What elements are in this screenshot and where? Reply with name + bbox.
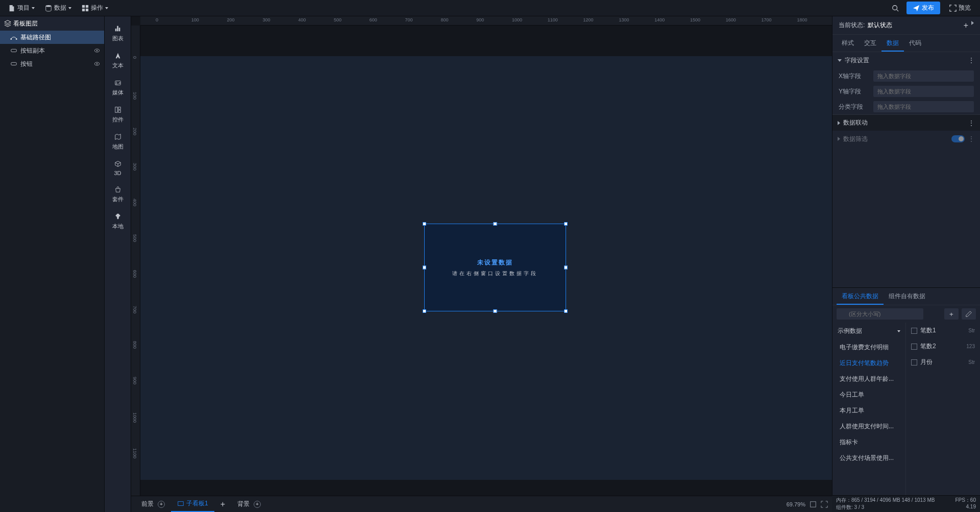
layer-item[interactable]: 基础路径图 <box>0 31 104 44</box>
ruler-tick: 900 <box>132 377 137 384</box>
ruler-tick: 700 <box>132 306 137 313</box>
tab-sub-board[interactable]: 子看板1 <box>171 496 214 512</box>
resize-handle-mr[interactable] <box>564 266 568 270</box>
tab-component-data[interactable]: 组件自有数据 <box>884 288 930 305</box>
resize-handle-br[interactable] <box>564 309 568 313</box>
tab-style[interactable]: 样式 <box>837 35 859 52</box>
preview-button[interactable]: 预览 <box>944 2 976 14</box>
chart-icon <box>113 23 123 34</box>
section-more-icon[interactable]: ⋮ <box>968 56 975 64</box>
palette-widget[interactable]: 控件 <box>106 101 130 128</box>
data-source-item[interactable]: 今日工单 <box>832 387 905 403</box>
toolbar-left: 项目 数据 操作 <box>4 2 112 14</box>
data-source-item[interactable]: 近日支付笔数趋势 <box>832 355 905 371</box>
ruler-tick: 1500 <box>690 17 700 22</box>
status-version: 4.19 <box>966 504 976 511</box>
data-source-item[interactable]: 本月工单 <box>832 403 905 419</box>
zoom-percent: 69.79% <box>787 501 805 507</box>
tab-background[interactable]: 背景 + <box>231 497 267 511</box>
x-field-input[interactable] <box>873 70 974 82</box>
add-foreground-icon[interactable]: + <box>158 501 165 508</box>
menu-operations[interactable]: 操作 <box>78 2 112 14</box>
section-fields-header[interactable]: 字段设置 ⋮ <box>832 52 980 68</box>
palette-3d[interactable]: 3D <box>106 155 130 180</box>
data-add-button[interactable]: + <box>944 308 959 320</box>
data-source-item[interactable]: 指标卡 <box>832 434 905 450</box>
properties-panel: 当前状态: 默认状态 + 样式 交互 数据 代码 字段设置 ⋮ X轴字段 Y轴字… <box>832 16 980 512</box>
palette-text[interactable]: 文本 <box>106 46 130 74</box>
add-state-button[interactable]: + <box>964 21 968 30</box>
menu-project[interactable]: 项目 <box>4 2 39 14</box>
data-field-item[interactable]: 笔数2123 <box>906 338 980 354</box>
tab-code[interactable]: 代码 <box>904 35 926 52</box>
ruler-tick: 1800 <box>797 17 807 22</box>
data-edit-button[interactable] <box>962 308 976 320</box>
ruler-tick: 400 <box>132 199 137 206</box>
data-source-group-header[interactable]: 示例数据 <box>832 323 905 339</box>
svg-point-5 <box>893 5 897 10</box>
data-panel-tabs: 看板公共数据 组件自有数据 <box>832 288 980 305</box>
data-source-item[interactable]: 公共支付场景使用... <box>832 450 905 466</box>
resize-handle-bl[interactable] <box>423 309 426 313</box>
resize-handle-tm[interactable] <box>494 222 497 226</box>
layers-title: 看板图层 <box>13 19 38 28</box>
data-field-item[interactable]: 笔数1Str <box>906 323 980 338</box>
data-sources-list: 示例数据 电子缴费支付明细近日支付笔数趋势支付使用人群年龄...今日工单本月工单… <box>832 323 906 512</box>
tab-data[interactable]: 数据 <box>881 35 904 52</box>
section-more-icon[interactable]: ⋮ <box>968 135 975 143</box>
visibility-icon[interactable] <box>94 61 100 67</box>
data-source-item[interactable]: 支付使用人群年龄... <box>832 371 905 387</box>
resize-handle-ml[interactable] <box>423 266 426 270</box>
filter-toggle[interactable] <box>951 135 965 142</box>
palette-local[interactable]: 本地 <box>106 207 130 234</box>
palette-label: 3D <box>114 170 121 176</box>
layer-item[interactable]: 按钮 <box>0 57 104 70</box>
svg-point-8 <box>16 38 17 40</box>
menu-data[interactable]: 数据 <box>41 2 76 14</box>
resize-handle-bm[interactable] <box>494 309 497 313</box>
y-field-label: Y轴字段 <box>839 87 869 96</box>
palette-kit[interactable]: 套件 <box>106 180 130 207</box>
canvas-viewport[interactable]: 未设置数据 请在右侧窗口设置数据字段 <box>140 26 832 496</box>
fit-icon[interactable] <box>810 501 817 508</box>
palette-chart[interactable]: 图表 <box>106 19 130 46</box>
section-more-icon[interactable]: ⋮ <box>968 119 975 127</box>
fullscreen-icon[interactable] <box>821 501 828 508</box>
resize-handle-tr[interactable] <box>564 222 568 226</box>
layer-item[interactable]: 按钮副本 <box>0 44 104 57</box>
svg-point-14 <box>96 63 97 64</box>
tab-add[interactable]: + <box>214 497 231 512</box>
next-state-icon[interactable] <box>971 21 974 25</box>
layer-item-label: 基础路径图 <box>20 33 51 42</box>
publish-button[interactable]: 发布 <box>906 2 940 14</box>
section-filter-header[interactable]: 数据筛选 ⋮ <box>832 131 980 147</box>
tab-foreground[interactable]: 前景 + <box>135 497 171 511</box>
resize-handle-tl[interactable] <box>423 222 426 226</box>
data-search-input[interactable] <box>837 308 923 320</box>
search-button[interactable] <box>888 1 902 15</box>
document-icon <box>8 5 15 12</box>
x-field-row: X轴字段 <box>832 68 980 84</box>
cat-field-input[interactable] <box>873 101 974 112</box>
checkbox-icon[interactable] <box>911 359 917 365</box>
add-background-icon[interactable]: + <box>254 501 261 508</box>
checkbox-icon[interactable] <box>911 344 917 350</box>
palette-map[interactable]: 地图 <box>106 128 130 155</box>
checkbox-icon[interactable] <box>911 328 917 334</box>
tab-board-data[interactable]: 看板公共数据 <box>837 288 884 305</box>
data-source-item[interactable]: 电子缴费支付明细 <box>832 339 905 355</box>
collapse-icon <box>838 59 842 62</box>
ruler-tick: 600 <box>370 17 377 22</box>
expand-icon <box>838 137 840 141</box>
tab-interact[interactable]: 交互 <box>859 35 881 52</box>
svg-point-0 <box>46 5 52 7</box>
palette-media[interactable]: 媒体 <box>106 74 130 101</box>
selected-widget[interactable]: 未设置数据 请在右侧窗口设置数据字段 <box>424 224 566 311</box>
y-field-input[interactable] <box>873 86 974 97</box>
data-source-item[interactable]: 人群使用支付时间... <box>832 419 905 434</box>
section-link-header[interactable]: 数据联动 ⋮ <box>832 114 980 131</box>
ruler-tick: 1600 <box>726 17 736 22</box>
visibility-icon[interactable] <box>94 47 100 54</box>
data-field-item[interactable]: 月份Str <box>906 354 980 370</box>
chevron-down-icon <box>897 330 900 332</box>
